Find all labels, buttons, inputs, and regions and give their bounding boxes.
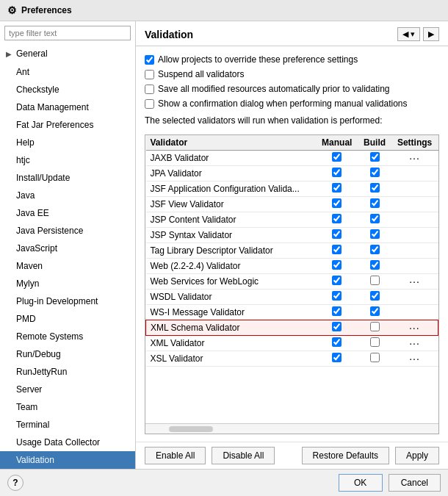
validator-settings[interactable]: ···	[391, 274, 438, 290]
validator-settings[interactable]	[391, 228, 438, 243]
validator-manual[interactable]	[316, 197, 358, 212]
validator-settings[interactable]: ···	[391, 151, 438, 166]
table-row[interactable]: JSP Syntax Validator	[146, 228, 438, 243]
validator-settings[interactable]	[391, 305, 438, 320]
validator-manual[interactable]	[316, 243, 358, 259]
validator-manual[interactable]	[316, 228, 358, 243]
validator-settings[interactable]: ···	[391, 336, 438, 351]
sidebar-item-mylyn[interactable]: Mylyn	[0, 275, 135, 292]
sidebar-item-run-debug[interactable]: Run/Debug	[0, 345, 135, 363]
sidebar-item-general[interactable]: ▶ General	[0, 45, 135, 63]
sidebar-item-run-jetty-run[interactable]: RunJettyRun	[0, 363, 135, 381]
sidebar-item-javascript[interactable]: JavaScript	[0, 240, 135, 257]
apply-button[interactable]: Apply	[395, 447, 439, 464]
sidebar-item-help[interactable]: Help	[0, 134, 135, 151]
validator-settings[interactable]	[391, 181, 438, 197]
sidebar-item-validation[interactable]: Validation	[0, 451, 135, 469]
override-settings-checkbox[interactable]	[145, 55, 154, 65]
sidebar-item-ant[interactable]: Ant	[0, 63, 135, 81]
validator-settings[interactable]	[391, 166, 438, 181]
validator-build[interactable]	[358, 197, 391, 212]
table-row[interactable]: JAXB Validator···	[146, 151, 438, 166]
sidebar-item-team[interactable]: Team	[0, 398, 135, 416]
sidebar-item-pmd[interactable]: PMD	[0, 310, 135, 328]
validator-manual[interactable]	[316, 151, 358, 166]
validator-settings[interactable]	[391, 212, 438, 228]
table-row[interactable]: XSL Validator···	[146, 351, 438, 367]
table-row[interactable]: JSP Content Validator	[146, 212, 438, 228]
validator-manual[interactable]	[316, 212, 358, 228]
validator-settings[interactable]: ···	[391, 351, 438, 367]
sidebar-item-terminal[interactable]: Terminal	[0, 416, 135, 434]
validator-build[interactable]	[358, 351, 391, 367]
table-row[interactable]: Web (2.2-2.4) Validator	[146, 259, 438, 274]
table-row[interactable]: Web Services for WebLogic···	[146, 274, 438, 290]
table-row[interactable]: WSDL Validator	[146, 290, 438, 305]
ok-button[interactable]: OK	[339, 474, 383, 492]
cancel-button[interactable]: Cancel	[389, 474, 441, 492]
table-row[interactable]: JSF Application Configuration Valida...	[146, 181, 438, 197]
sidebar-item-server[interactable]: Server	[0, 381, 135, 398]
suspend-validators-checkbox[interactable]	[145, 70, 154, 79]
validator-manual[interactable]	[316, 290, 358, 305]
validator-settings[interactable]: ···	[391, 320, 438, 336]
table-row[interactable]: JPA Validator	[146, 166, 438, 181]
sidebar-item-usage-data-collector[interactable]: Usage Data Collector	[0, 434, 135, 451]
table-row[interactable]: WS-I Message Validator	[146, 305, 438, 320]
table-row[interactable]: Tag Library Descriptor Validator	[146, 243, 438, 259]
sidebar-item-htjc[interactable]: htjc	[0, 151, 135, 169]
table-row[interactable]: XML Validator···	[146, 336, 438, 351]
validator-build[interactable]	[358, 290, 391, 305]
help-button[interactable]: ?	[7, 475, 24, 491]
validator-name: JSF View Validator	[146, 197, 317, 212]
sidebar-item-remote-systems[interactable]: Remote Systems	[0, 328, 135, 345]
nav-forward-button[interactable]: ▶	[423, 27, 439, 41]
validator-settings[interactable]	[391, 243, 438, 259]
save-modified-checkbox[interactable]	[145, 85, 154, 94]
sidebar-item-label: Usage Data Collector	[16, 437, 100, 448]
validator-settings[interactable]	[391, 259, 438, 274]
sidebar-item-java[interactable]: Java	[0, 187, 135, 204]
validator-build[interactable]	[358, 243, 391, 259]
validator-manual[interactable]	[316, 259, 358, 274]
validator-build[interactable]	[358, 305, 391, 320]
validator-manual[interactable]	[316, 181, 358, 197]
validator-manual[interactable]	[316, 336, 358, 351]
validator-settings[interactable]	[391, 197, 438, 212]
table-row[interactable]: JSF View Validator	[146, 197, 438, 212]
validator-manual[interactable]	[316, 274, 358, 290]
validator-build[interactable]	[358, 259, 391, 274]
sidebar-item-install-update[interactable]: Install/Update	[0, 169, 135, 187]
validator-manual[interactable]	[316, 305, 358, 320]
validator-build[interactable]	[358, 274, 391, 290]
filter-input[interactable]	[4, 26, 131, 40]
sidebar-item-fat-jar-preferences[interactable]: Fat Jar Preferences	[0, 116, 135, 134]
sidebar-item-plugin-development[interactable]: Plug-in Development	[0, 292, 135, 310]
validator-manual[interactable]	[316, 351, 358, 367]
disable-all-button[interactable]: Disable All	[212, 447, 275, 464]
show-confirmation-checkbox[interactable]	[145, 99, 154, 109]
validator-manual[interactable]	[316, 166, 358, 181]
validator-build[interactable]	[358, 320, 391, 336]
sidebar-item-java-ee[interactable]: Java EE	[0, 204, 135, 222]
horizontal-scrollbar[interactable]	[145, 423, 438, 434]
table-row[interactable]: XML Schema Validator···	[146, 320, 438, 336]
nav-back-button[interactable]: ◀ ▾	[397, 27, 420, 41]
validator-build[interactable]	[358, 166, 391, 181]
validator-build[interactable]	[358, 336, 391, 351]
enable-all-button[interactable]: Enable All	[145, 447, 206, 464]
validator-settings[interactable]	[391, 290, 438, 305]
validator-build[interactable]	[358, 151, 391, 166]
restore-defaults-button[interactable]: Restore Defaults	[302, 447, 389, 464]
validator-build[interactable]	[358, 228, 391, 243]
validator-build[interactable]	[358, 212, 391, 228]
validator-manual[interactable]	[316, 320, 358, 336]
sidebar-item-java-persistence[interactable]: Java Persistence	[0, 222, 135, 240]
validator-build[interactable]	[358, 181, 391, 197]
sidebar-item-maven[interactable]: Maven	[0, 257, 135, 275]
table-container[interactable]: Validator Manual Build Settings JAXB Val…	[145, 135, 438, 423]
sidebar-item-checkstyle[interactable]: Checkstyle	[0, 81, 135, 98]
sidebar-item-data-management[interactable]: Data Management	[0, 98, 135, 116]
show-confirmation-label: Show a confirmation dialog when performi…	[158, 98, 408, 109]
sidebar-item-label: JavaScript	[16, 243, 57, 254]
